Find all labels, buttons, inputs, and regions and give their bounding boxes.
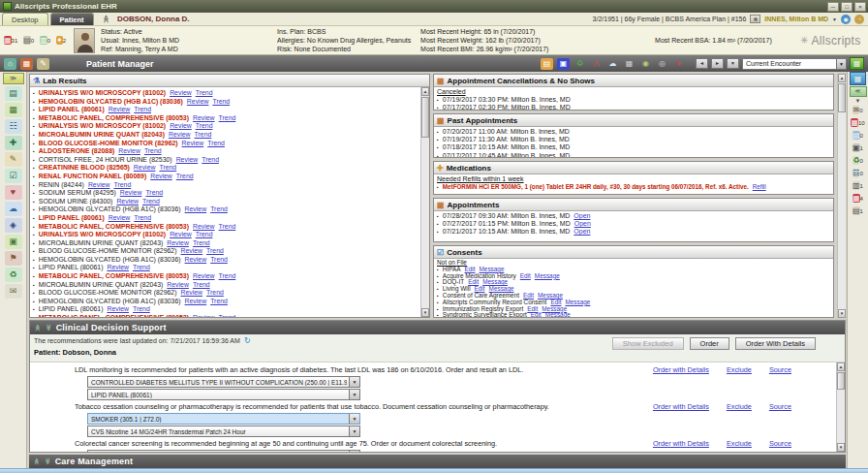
provider-dropdown-icon[interactable]: ▼ bbox=[832, 16, 837, 22]
refill-link[interactable]: Refill bbox=[753, 183, 766, 191]
trend-link[interactable]: Trend bbox=[193, 281, 210, 289]
trend-link[interactable]: Trend bbox=[219, 223, 236, 231]
trend-link[interactable]: Trend bbox=[202, 156, 219, 164]
tab-desktop[interactable]: Desktop bbox=[2, 13, 48, 25]
alerts-counter-icon[interactable]: ✦ bbox=[56, 36, 63, 45]
chevron-down-icon[interactable]: ▼ bbox=[349, 414, 359, 424]
trend-link[interactable]: Trend bbox=[207, 140, 225, 147]
review-link[interactable]: Review bbox=[134, 164, 156, 172]
refresh-icon[interactable]: ↻ bbox=[244, 336, 251, 345]
review-link[interactable]: Review bbox=[118, 147, 140, 155]
home-icon[interactable]: ⌂ bbox=[4, 58, 16, 70]
recall-icon[interactable]: ♻ bbox=[5, 268, 22, 282]
open-link[interactable]: Open bbox=[574, 220, 591, 228]
collapse-up-icon[interactable]: ≫ bbox=[34, 324, 42, 331]
message-link[interactable]: Message bbox=[565, 300, 590, 306]
urgent-icon[interactable]: ● bbox=[672, 58, 685, 70]
documents-icon[interactable]: ◈ bbox=[5, 218, 22, 233]
expand-sidebar-icon[interactable]: ≫ bbox=[3, 73, 24, 84]
results-icon[interactable]: ✚ bbox=[5, 136, 22, 150]
open-link[interactable]: Open bbox=[574, 212, 590, 220]
cds-dropdown[interactable]: LIPID PANEL (80061)▼ bbox=[87, 389, 360, 400]
review-link[interactable]: Review bbox=[176, 156, 199, 164]
review-link[interactable]: Review bbox=[116, 198, 139, 205]
collapse-up-icon[interactable]: ≫ bbox=[33, 457, 41, 464]
review-link[interactable]: Review bbox=[170, 122, 192, 130]
review-link[interactable]: Review bbox=[107, 305, 129, 313]
review-link[interactable]: Review bbox=[193, 114, 215, 122]
trend-link[interactable]: Trend bbox=[145, 189, 163, 197]
review-link[interactable]: Review bbox=[187, 98, 209, 106]
chevron-down-icon[interactable]: ▼ bbox=[349, 426, 359, 436]
exclude-link[interactable]: Exclude bbox=[727, 402, 752, 411]
alerts-icon[interactable]: ▦ bbox=[852, 194, 860, 203]
orders-icon[interactable]: ▤ bbox=[541, 58, 553, 70]
scroll-up-icon[interactable]: ▲ bbox=[838, 74, 846, 82]
collapse-sidebar-icon[interactable]: ≪ bbox=[850, 86, 867, 97]
source-link[interactable]: Source bbox=[769, 402, 791, 411]
apps-grid-icon[interactable]: ▦ bbox=[850, 57, 864, 70]
results-counter-icon[interactable]: ▥ bbox=[40, 36, 47, 45]
lab-results-header[interactable]: ⚗ Lab Results bbox=[30, 75, 429, 87]
appointments-header[interactable]: ▦ Appointments bbox=[434, 199, 833, 211]
close-button[interactable]: × bbox=[854, 2, 866, 12]
trend-link[interactable]: Trend bbox=[113, 181, 131, 189]
right-column-scrollbar[interactable]: ▲ ▼ bbox=[837, 74, 846, 318]
timer-icon[interactable]: ◔ bbox=[854, 15, 864, 24]
review-link[interactable]: Review bbox=[180, 289, 202, 297]
patient-search-icon[interactable]: ◉ bbox=[841, 15, 851, 24]
nav-menu-icon[interactable]: ▼ bbox=[727, 58, 739, 69]
scroll-thumb[interactable] bbox=[421, 97, 429, 138]
order-with-details-link[interactable]: Order with Details bbox=[653, 402, 709, 411]
minimize-button[interactable]: ─ bbox=[827, 2, 839, 12]
review-link[interactable]: Review bbox=[193, 272, 215, 280]
expand-down-icon[interactable]: ≫ bbox=[44, 457, 51, 464]
nav-back-icon[interactable]: ◄ bbox=[696, 58, 708, 69]
message-link[interactable]: Message bbox=[535, 273, 560, 280]
dashboard-grid-icon[interactable]: ▦ bbox=[850, 72, 866, 85]
review-link[interactable]: Review bbox=[170, 231, 192, 238]
reports-icon[interactable]: ▤ bbox=[852, 206, 860, 215]
chevron-down-icon[interactable]: ▼ bbox=[349, 451, 359, 452]
scroll-down-icon[interactable]: ▼ bbox=[421, 308, 429, 317]
immunizations-icon[interactable]: ☁ bbox=[5, 202, 22, 216]
scroll-up-icon[interactable]: ▲ bbox=[837, 363, 845, 371]
review-link[interactable]: Review bbox=[167, 281, 189, 289]
cds-scrollbar[interactable]: ▲ ▼ bbox=[836, 363, 845, 452]
tasks-counter-icon[interactable]: ▦ bbox=[4, 36, 12, 45]
past-appointments-header[interactable]: ▦ Past Appointments bbox=[434, 114, 833, 127]
chart-viewer-icon[interactable]: ▤ bbox=[5, 86, 22, 101]
show-excluded-button[interactable]: Show Excluded bbox=[612, 337, 684, 350]
review-link[interactable]: Review bbox=[120, 189, 142, 197]
medications-header[interactable]: ✚ Medications bbox=[434, 162, 833, 174]
problems-icon[interactable]: ♥ bbox=[5, 185, 22, 200]
orders-icon[interactable]: ☑ bbox=[5, 169, 22, 183]
patient-photo[interactable] bbox=[74, 28, 95, 53]
scroll-thumb[interactable] bbox=[838, 83, 846, 112]
search-icon[interactable]: ◎ bbox=[656, 58, 668, 70]
notes-icon[interactable]: ✎ bbox=[37, 58, 49, 70]
chevron-down-icon[interactable]: ▼ bbox=[349, 377, 359, 387]
trend-link[interactable]: Trend bbox=[176, 173, 194, 180]
trend-link[interactable]: Trend bbox=[196, 231, 213, 238]
trend-link[interactable]: Trend bbox=[144, 147, 162, 155]
source-link[interactable]: Source bbox=[769, 365, 791, 374]
schedule-icon[interactable]: ▦ bbox=[623, 58, 636, 70]
chart-icon[interactable]: ▦ bbox=[20, 58, 33, 70]
review-link[interactable]: Review bbox=[167, 239, 189, 247]
review-link[interactable]: Review bbox=[108, 214, 131, 222]
trend-link[interactable]: Trend bbox=[196, 89, 213, 97]
trend-link[interactable]: Trend bbox=[219, 114, 236, 122]
review-link[interactable]: Review bbox=[185, 298, 207, 305]
review-link[interactable]: Review bbox=[107, 264, 129, 271]
referrals-icon[interactable]: ▣ bbox=[5, 235, 22, 249]
review-link[interactable]: Review bbox=[193, 314, 215, 317]
cds-dropdown[interactable]: CVS Nicotine 14 MG/24HR Transdermal Patc… bbox=[87, 426, 360, 437]
trend-link[interactable]: Trend bbox=[212, 98, 230, 106]
fax-icon[interactable]: ▤ bbox=[852, 131, 860, 140]
review-link[interactable]: Review bbox=[185, 205, 207, 213]
review-link[interactable]: Review bbox=[150, 173, 172, 180]
review-link[interactable]: Review bbox=[108, 106, 131, 113]
photo-icon[interactable] bbox=[750, 15, 760, 23]
order-button[interactable]: Order bbox=[690, 337, 729, 350]
